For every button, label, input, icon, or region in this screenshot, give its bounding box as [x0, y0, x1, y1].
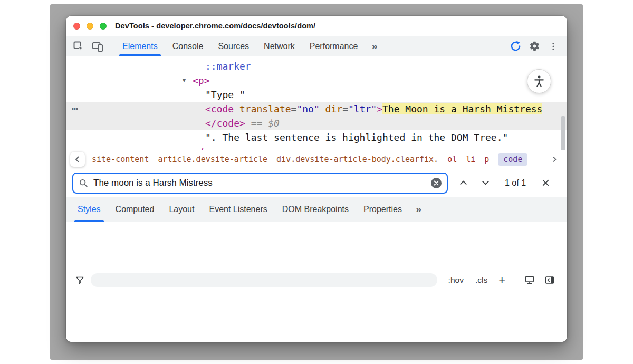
devtools-window: DevTools - developer.chrome.com/docs/dev…	[66, 16, 567, 342]
styles-toolbar: :hov .cls +	[66, 222, 567, 342]
device-toolbar-button[interactable]	[88, 36, 107, 56]
breadcrumb-code[interactable]: code	[498, 153, 528, 166]
dom-tree-row[interactable]: ::marker	[66, 59, 567, 73]
kebab-menu-icon	[549, 42, 558, 51]
dom-tree-scrollbar-thumb[interactable]	[561, 116, 565, 150]
dom-token-tag: <p>	[193, 75, 210, 86]
titlebar: DevTools - developer.chrome.com/docs/dev…	[66, 16, 567, 36]
dom-tree: ::marker▾<p>"Type "⋯<code translate="no"…	[66, 59, 567, 150]
search-match-count: 1 of 1	[496, 178, 534, 188]
more-panels-button[interactable]: »	[365, 36, 383, 56]
dom-token-tag: >	[377, 103, 382, 114]
styles-toolbar-divider	[515, 275, 515, 285]
devtools-toolbar: ElementsConsoleSourcesNetworkPerformance…	[66, 36, 567, 56]
computed-sidebar-toggle-button[interactable]	[540, 272, 560, 288]
dom-token-hl: The Moon is a Harsh Mistress	[382, 103, 542, 114]
dom-token-pseudo: ::marker	[205, 61, 251, 72]
close-search-button[interactable]	[534, 174, 557, 193]
kebab-menu-button[interactable]	[544, 42, 563, 51]
device-toolbar-icon	[92, 41, 103, 52]
sidebar-tabs: StylesComputedLayoutEvent ListenersDOM B…	[70, 197, 409, 222]
tab-dom-breakpoints[interactable]: DOM Breakpoints	[275, 197, 356, 222]
dom-tree-row[interactable]: ⋯<code translate="no" dir="ltr">The Moon…	[66, 102, 567, 116]
dom-tree-row[interactable]: "Type "	[66, 88, 567, 102]
toggle-element-state-button[interactable]: :hov	[443, 275, 469, 285]
new-style-rule-button[interactable]: +	[493, 274, 511, 286]
settings-button[interactable]	[525, 41, 544, 52]
dom-tree-row[interactable]: </p>	[66, 145, 567, 150]
clear-x-icon	[434, 180, 439, 186]
dom-token-punct: =	[291, 103, 297, 114]
toolbar-divider	[111, 41, 111, 52]
previous-match-button[interactable]	[452, 174, 474, 193]
window-title: DevTools - developer.chrome.com/docs/dev…	[115, 22, 315, 30]
tab-properties[interactable]: Properties	[356, 197, 409, 222]
inspect-element-button[interactable]	[69, 36, 88, 56]
search-icon	[79, 178, 88, 188]
chevron-up-icon	[458, 178, 468, 188]
dom-search-bar: The moon is a Harsh Mistress 1 of 1	[66, 169, 567, 197]
breadcrumb-list: site-contentarticle.devsite-articlediv.d…	[92, 153, 528, 166]
chevron-left-icon	[73, 155, 82, 164]
dom-tree-row[interactable]: ". The last sentence is highlighted in t…	[66, 130, 567, 145]
toolbar-right-actions	[506, 36, 567, 56]
minimize-window-button[interactable]	[87, 23, 93, 30]
dom-tree-row[interactable]: </code> == $0	[66, 116, 567, 130]
filter-funnel-icon[interactable]	[75, 276, 84, 285]
inspect-cursor-icon	[73, 41, 84, 52]
gray-backdrop: DevTools - developer.chrome.com/docs/dev…	[50, 4, 583, 360]
dom-tree-row[interactable]: ▾<p>	[66, 73, 567, 88]
breadcrumb-div-devsite-article-body-clearfix[interactable]: div.devsite-article-body.clearfix.	[276, 155, 438, 164]
breadcrumb-p[interactable]: p	[484, 155, 489, 164]
zoom-window-button[interactable]	[100, 23, 107, 30]
dom-token-tag: <code	[205, 103, 234, 114]
dom-token-val: "no"	[296, 103, 319, 114]
dom-token-tag: </code>	[205, 118, 245, 129]
tab-sources[interactable]: Sources	[210, 36, 256, 56]
tab-event-listeners[interactable]: Event Listeners	[202, 197, 274, 222]
dom-token-var: $0	[268, 118, 280, 129]
dom-token-attr: translate	[234, 103, 291, 114]
breadcrumb-scroll-right-button[interactable]	[547, 152, 562, 167]
dom-token-punct: =	[342, 103, 348, 114]
breadcrumb-article-devsite-article[interactable]: article.devsite-article	[158, 155, 267, 164]
tab-elements[interactable]: Elements	[115, 36, 165, 56]
tab-network[interactable]: Network	[256, 36, 302, 56]
gear-icon	[529, 41, 540, 52]
dom-token-gray: ==	[245, 118, 268, 129]
reload-devtools-button[interactable]	[506, 40, 525, 52]
tab-styles[interactable]: Styles	[70, 197, 108, 222]
breadcrumb-ol[interactable]: ol	[447, 155, 457, 164]
dom-token-text: ". The last sentence is highlighted in t…	[205, 132, 508, 143]
style-filter-input[interactable]	[91, 273, 437, 287]
more-sidebar-tabs-button[interactable]: »	[409, 197, 428, 222]
accessibility-person-icon	[532, 74, 546, 88]
sidebar-toggle-icon	[544, 275, 555, 285]
breadcrumb-site-content[interactable]: site-content	[92, 155, 149, 164]
breadcrumb-scroll-left-button[interactable]	[70, 152, 85, 167]
search-input-value: The moon is a Harsh Mistress	[93, 178, 431, 188]
search-input[interactable]: The moon is a Harsh Mistress	[72, 173, 448, 194]
element-classes-button[interactable]: .cls	[469, 275, 493, 285]
row-overflow-ellipsis[interactable]: ⋯	[72, 102, 79, 116]
accessibility-person-button[interactable]	[527, 69, 551, 93]
devtools-tab-strip: ElementsConsoleSourcesNetworkPerformance	[115, 36, 365, 56]
chevron-right-icon	[551, 156, 558, 163]
breadcrumb-li[interactable]: li	[466, 155, 475, 164]
breadcrumb-bar: site-contentarticle.devsite-articlediv.d…	[66, 150, 567, 169]
monitor-icon	[524, 275, 535, 285]
tab-console[interactable]: Console	[165, 36, 211, 56]
tab-layout[interactable]: Layout	[161, 197, 202, 222]
dom-token-val: "ltr"	[348, 103, 377, 114]
dom-token-text: "Type "	[205, 89, 245, 100]
close-window-button[interactable]	[73, 23, 80, 30]
tab-performance[interactable]: Performance	[302, 36, 366, 56]
collapse-arrow-icon[interactable]: ▾	[183, 73, 186, 88]
tab-computed[interactable]: Computed	[108, 197, 162, 222]
rendering-emulations-button[interactable]	[520, 272, 540, 288]
elements-dom-tree-panel: ::marker▾<p>"Type "⋯<code translate="no"…	[66, 56, 567, 150]
clear-search-button[interactable]	[431, 178, 442, 188]
next-match-button[interactable]	[474, 174, 496, 193]
reload-devtools-icon	[510, 40, 522, 52]
traffic-lights	[73, 23, 107, 30]
